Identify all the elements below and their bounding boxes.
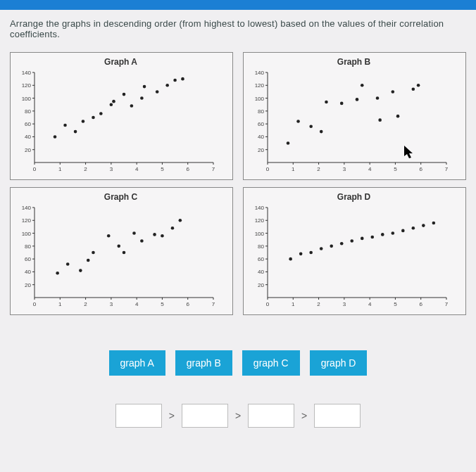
svg-text:3: 3 [343,301,346,307]
svg-text:120: 120 [22,82,32,89]
svg-text:140: 140 [255,205,265,211]
tile-graph-b[interactable]: graph B [175,350,232,376]
svg-point-135 [140,239,144,243]
svg-text:100: 100 [22,231,32,237]
chart-graph-d: Graph D 2040608010012014001234567 [243,187,466,315]
gt-icon: > [169,410,175,421]
svg-point-44 [156,90,159,94]
answer-slot-1[interactable] [115,404,162,428]
svg-text:0: 0 [33,166,37,172]
tile-graph-d[interactable]: graph D [310,350,368,376]
svg-point-91 [396,115,400,118]
svg-point-176 [330,245,333,248]
svg-text:40: 40 [258,134,264,140]
top-blue-bar [0,0,476,10]
svg-point-139 [179,219,182,222]
gt-icon: > [235,410,241,421]
svg-point-180 [370,236,374,239]
svg-text:5: 5 [161,166,164,172]
svg-text:80: 80 [25,243,31,250]
scatter-b: 2040608010012014001234567 [246,70,451,175]
svg-point-88 [376,96,380,100]
svg-point-42 [140,96,144,100]
svg-point-89 [378,118,382,122]
svg-point-33 [63,124,67,127]
svg-text:100: 100 [255,231,265,237]
svg-text:1: 1 [58,166,62,172]
svg-point-34 [74,130,77,134]
instruction-text: Arrange the graphs in descending order (… [10,18,466,39]
chart-title-b: Graph B [246,57,461,67]
svg-point-83 [320,130,323,134]
svg-point-37 [99,112,103,115]
svg-text:40: 40 [25,269,31,275]
answer-slot-3[interactable] [248,404,294,428]
svg-text:120: 120 [22,217,32,224]
svg-point-129 [87,259,90,262]
svg-point-35 [82,120,85,123]
svg-text:4: 4 [135,166,139,172]
svg-point-84 [325,101,328,104]
answer-slot-4[interactable] [314,404,361,428]
svg-point-186 [432,222,436,225]
svg-point-136 [153,233,156,236]
chart-title-d: Graph D [246,192,461,202]
svg-point-137 [161,234,164,238]
svg-text:20: 20 [258,282,264,288]
svg-text:20: 20 [258,147,264,153]
svg-text:100: 100 [255,96,265,102]
svg-point-132 [117,245,120,248]
svg-text:2: 2 [317,301,320,307]
svg-text:60: 60 [25,121,31,127]
svg-text:4: 4 [368,301,372,307]
svg-point-134 [132,231,136,235]
svg-point-127 [66,262,70,266]
gt-icon: > [301,410,307,421]
svg-text:100: 100 [22,96,32,102]
svg-point-181 [381,233,384,236]
page-content: Arrange the graphs in descending order (… [0,10,476,428]
svg-point-174 [309,251,313,255]
svg-point-175 [320,247,323,250]
svg-text:40: 40 [25,134,31,140]
svg-text:5: 5 [394,301,397,307]
svg-text:20: 20 [25,147,31,153]
scatter-a: 2040608010012014001234567 [13,70,218,175]
svg-text:3: 3 [343,166,346,172]
svg-point-82 [309,125,313,129]
svg-point-43 [143,85,146,89]
svg-text:40: 40 [258,269,264,275]
draggable-tiles-row: graph A graph B graph C graph D [10,350,466,376]
svg-text:6: 6 [186,166,189,172]
tile-graph-c[interactable]: graph C [242,350,300,376]
svg-text:60: 60 [258,121,264,127]
svg-point-92 [412,87,415,91]
svg-point-86 [356,98,359,101]
svg-text:7: 7 [445,166,449,172]
svg-point-39 [112,100,115,103]
chart-graph-b: Graph B 2040608010012014001234567 [243,52,466,180]
chart-title-c: Graph C [13,192,228,202]
svg-text:80: 80 [25,108,31,115]
svg-text:2: 2 [84,166,87,172]
svg-text:120: 120 [255,217,265,224]
svg-point-47 [181,77,184,81]
svg-point-179 [361,237,364,241]
svg-text:6: 6 [419,166,422,172]
svg-point-131 [107,234,111,238]
answer-slot-2[interactable] [182,404,228,428]
tile-graph-a[interactable]: graph A [109,350,165,376]
svg-point-93 [417,84,420,87]
svg-text:0: 0 [266,301,270,307]
svg-text:140: 140 [22,70,32,76]
svg-text:140: 140 [22,205,32,211]
svg-point-133 [123,251,126,255]
chart-graph-c: Graph C 2040608010012014001234567 [10,187,233,315]
svg-point-128 [79,269,82,272]
svg-point-130 [92,251,95,255]
chart-graph-a: Graph A 2040608010012014001234567 [10,52,233,180]
svg-point-36 [92,116,95,120]
svg-point-184 [412,227,415,230]
svg-point-38 [110,103,113,106]
svg-point-85 [340,102,344,106]
